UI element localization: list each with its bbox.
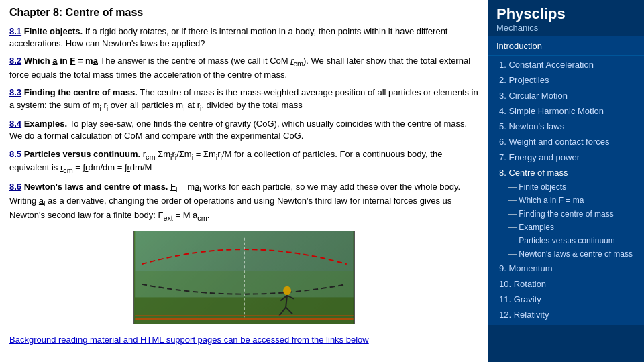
nav-item-6[interactable]: 6. Weight and contact forces — [488, 134, 644, 149]
athlete-image — [133, 231, 355, 324]
section-8-3: 8.3 Finding the centre of mass. The cent… — [9, 86, 478, 113]
section-body-8-4: To play see-saw, one finds the centre of… — [9, 119, 467, 141]
section-8-5: 8.5 Particles versus continuum. rcm Σmir… — [9, 148, 478, 176]
nav-item-11[interactable]: 11. Gravity — [488, 292, 644, 307]
chapter-heading: Centre of mass — [66, 7, 144, 18]
nav-item-12[interactable]: 12. Relativity — [488, 307, 644, 322]
section-num-8-5[interactable]: 8.5 — [9, 149, 21, 159]
section-8-1: 8.1 Finite objects. If a rigid body rota… — [9, 25, 478, 50]
nav-item-3[interactable]: 3. Circular Motion — [488, 88, 644, 103]
section-title-8-5: Particles versus continuum. — [24, 149, 143, 159]
nav-sub-finding-centre[interactable]: Finding the centre of mass — [488, 207, 644, 221]
sidebar-nav: Introduction 1. Constant Acceleration 2.… — [488, 36, 644, 325]
nav-sub-finite-objects[interactable]: Finite objects — [488, 180, 644, 194]
nav-sub-newtons-laws[interactable]: Newton's laws & centre of mass — [488, 247, 644, 261]
section-num-8-2[interactable]: 8.2 — [9, 56, 21, 66]
chapter-title: Chapter 8: Centre of mass — [9, 7, 478, 19]
section-title-8-6: Newton's laws and centre of mass. — [24, 182, 170, 192]
section-title-8-2: Which a in F = ma — [24, 56, 98, 66]
section-8-2: 8.2 Which a in F = ma The answer is the … — [9, 55, 478, 81]
nav-item-8[interactable]: 8. Centre of mass — [488, 165, 644, 180]
section-num-8-6[interactable]: 8.6 — [9, 182, 21, 192]
main-content: Chapter 8: Centre of mass 8.1 Finite obj… — [0, 0, 488, 362]
nav-sub-which-a[interactable]: Which a in F = ma — [488, 194, 644, 207]
nav-sub-examples[interactable]: Examples — [488, 221, 644, 234]
section-num-8-4[interactable]: 8.4 — [9, 119, 21, 129]
bottom-link[interactable]: Background reading material and HTML sup… — [9, 335, 478, 345]
trajectory-svg — [134, 231, 354, 324]
section-title-8-4: Examples. — [24, 119, 70, 129]
section-title-8-1: Finite objects. — [24, 26, 85, 36]
section-num-8-1[interactable]: 8.1 — [9, 26, 21, 36]
nav-item-9[interactable]: 9. Momentum — [488, 261, 644, 276]
section-title-8-3: Finding the centre of mass. — [24, 87, 140, 97]
sidebar: Physclips Mechanics Introduction 1. Cons… — [488, 0, 644, 362]
svg-point-4 — [283, 286, 291, 296]
nav-sub-particles[interactable]: Particles versus continuum — [488, 234, 644, 247]
section-num-8-3[interactable]: 8.3 — [9, 87, 21, 97]
nav-introduction[interactable]: Introduction — [488, 38, 644, 54]
nav-item-1[interactable]: 1. Constant Acceleration — [488, 57, 644, 72]
sidebar-header: Physclips Mechanics — [488, 0, 644, 36]
section-8-4: 8.4 Examples. To play see-saw, one finds… — [9, 118, 478, 142]
nav-item-5[interactable]: 5. Newton's laws — [488, 119, 644, 134]
nav-item-10[interactable]: 10. Rotation — [488, 276, 644, 292]
sidebar-brand: Physclips — [496, 5, 636, 23]
chapter-label: Chapter 8: — [9, 7, 62, 18]
nav-item-7[interactable]: 7. Energy and power — [488, 149, 644, 165]
sidebar-subtitle: Mechanics — [496, 23, 636, 33]
image-container — [9, 231, 478, 326]
nav-item-2[interactable]: 2. Projectiles — [488, 72, 644, 88]
section-8-6: 8.6 Newton's laws and centre of mass. Fi… — [9, 181, 478, 223]
nav-item-4[interactable]: 4. Simple Harmonic Motion — [488, 103, 644, 119]
